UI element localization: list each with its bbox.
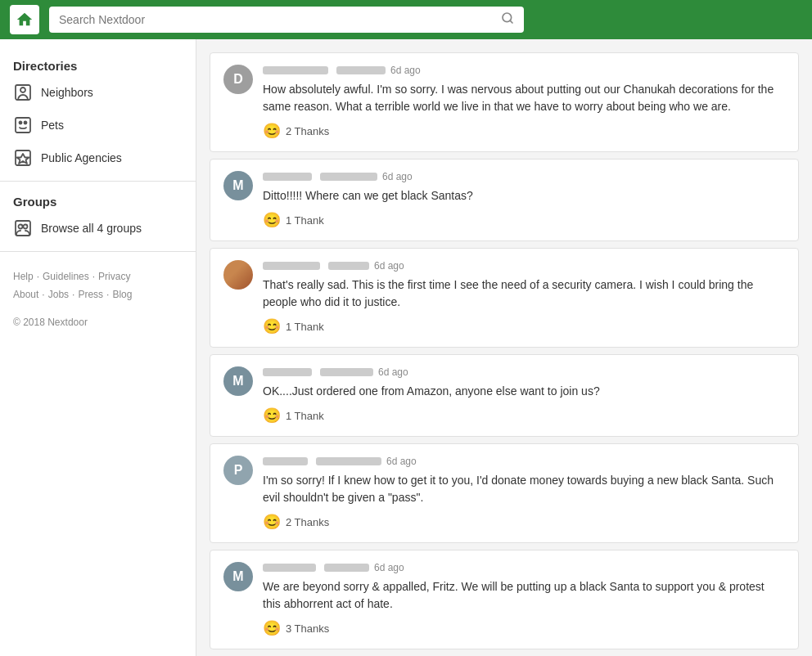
thanks-count: 2 Thanks — [286, 125, 329, 137]
comment-text: How absolutely awful. I'm so sorry. I wa… — [263, 81, 785, 115]
sidebar-divider-2 — [0, 251, 196, 252]
name-blur — [328, 262, 369, 270]
thanks-emoji: 😊 — [263, 407, 281, 425]
name-blur — [336, 66, 386, 74]
comment-header: 6d ago — [263, 260, 785, 272]
thanks-emoji: 😊 — [263, 513, 281, 531]
avatar: M — [223, 171, 253, 200]
avatar: D — [223, 65, 253, 94]
avatar: P — [223, 456, 253, 485]
comment-card: M 6d ago Ditto!!!!! Where can we get bla… — [210, 159, 799, 241]
pets-label: Pets — [41, 119, 64, 132]
comment-time: 6d ago — [382, 171, 413, 182]
sidebar-item-neighbors[interactable]: Neighbors — [0, 76, 196, 109]
svg-point-11 — [24, 225, 28, 229]
comment-card: 6d ago That's really sad. This is the fi… — [210, 248, 799, 348]
name-blur — [320, 368, 373, 376]
svg-point-3 — [20, 88, 25, 92]
name-blur — [263, 66, 328, 74]
comment-thanks: 😊 2 Thanks — [263, 513, 785, 531]
search-input[interactable] — [59, 13, 494, 26]
avatar: M — [223, 562, 253, 591]
sidebar-item-public-agencies[interactable]: Public Agencies — [0, 142, 196, 174]
comment-body: 6d ago That's really sad. This is the fi… — [263, 260, 785, 335]
thanks-emoji: 😊 — [263, 122, 281, 140]
home-button[interactable] — [10, 5, 39, 34]
comment-body: 6d ago How absolutely awful. I'm so sorr… — [263, 65, 785, 140]
svg-point-6 — [25, 122, 27, 124]
jobs-link[interactable]: Jobs — [48, 289, 69, 300]
comment-header: 6d ago — [263, 65, 785, 76]
comment-card: M 6d ago We are beyond sorry & appalled,… — [210, 550, 799, 649]
press-link[interactable]: Press — [78, 289, 103, 300]
directories-title: Directories — [0, 52, 196, 76]
agency-icon — [13, 148, 33, 168]
svg-marker-8 — [17, 154, 29, 164]
svg-point-5 — [20, 122, 22, 124]
sidebar-item-browse-groups[interactable]: Browse all 4 groups — [0, 212, 196, 245]
thanks-count: 1 Thank — [286, 321, 324, 333]
name-blur — [263, 173, 312, 181]
name-blur — [320, 173, 377, 181]
avatar — [223, 260, 253, 290]
pets-icon — [13, 115, 33, 135]
comment-text: Ditto!!!!! Where can we get black Santas… — [263, 187, 785, 204]
name-blur — [263, 564, 316, 572]
comment-time: 6d ago — [378, 366, 408, 378]
comment-card: D 6d ago How absolutely awful. I'm so so… — [210, 52, 799, 152]
comment-header: 6d ago — [263, 562, 785, 573]
comment-time: 6d ago — [374, 260, 404, 272]
comment-header: 6d ago — [263, 171, 785, 182]
svg-point-10 — [19, 225, 23, 229]
groups-icon — [13, 218, 33, 238]
comment-time: 6d ago — [390, 65, 421, 76]
comment-thanks: 😊 2 Thanks — [263, 122, 785, 140]
comment-body: 6d ago Ditto!!!!! Where can we get black… — [263, 171, 785, 229]
avatar: M — [223, 366, 253, 396]
thanks-count: 1 Thank — [286, 410, 324, 422]
comment-header: 6d ago — [263, 456, 785, 467]
sidebar-footer: Help·Guidelines·Privacy About·Jobs·Press… — [0, 258, 196, 313]
comment-body: 6d ago I'm so sorry! If I knew how to ge… — [263, 456, 785, 531]
name-blur — [263, 457, 308, 465]
thanks-emoji: 😊 — [263, 619, 281, 637]
svg-line-1 — [510, 20, 512, 23]
comment-card: M 6d ago OK....Just ordered one from Ama… — [210, 354, 799, 437]
guidelines-link[interactable]: Guidelines — [43, 271, 89, 282]
comment-time: 6d ago — [374, 562, 404, 573]
thanks-emoji: 😊 — [263, 317, 281, 335]
comment-text: We are beyond sorry & appalled, Fritz. W… — [263, 578, 785, 613]
comment-text: That's really sad. This is the first tim… — [263, 276, 785, 311]
privacy-link[interactable]: Privacy — [98, 271, 130, 282]
sidebar-item-pets[interactable]: Pets — [0, 109, 196, 142]
comment-header: 6d ago — [263, 366, 785, 378]
public-agencies-label: Public Agencies — [41, 151, 122, 164]
browse-groups-label: Browse all 4 groups — [41, 222, 142, 235]
header — [0, 0, 812, 39]
svg-rect-9 — [16, 221, 30, 236]
comment-thanks: 😊 1 Thank — [263, 317, 785, 335]
name-blur — [263, 368, 312, 376]
name-blur — [316, 457, 381, 465]
search-bar[interactable] — [49, 7, 524, 33]
name-blur — [263, 262, 320, 270]
comment-thanks: 😊 1 Thank — [263, 407, 785, 425]
comment-thanks: 😊 1 Thank — [263, 211, 785, 229]
name-blur — [324, 564, 369, 572]
blog-link[interactable]: Blog — [112, 289, 132, 300]
thanks-count: 2 Thanks — [286, 516, 329, 528]
sidebar-divider — [0, 181, 196, 182]
search-icon — [501, 11, 514, 28]
about-link[interactable]: About — [13, 289, 38, 300]
comment-card: P 6d ago I'm so sorry! If I knew how to … — [210, 443, 799, 543]
svg-rect-4 — [16, 118, 30, 133]
help-link[interactable]: Help — [13, 271, 34, 282]
layout: Directories Neighbors Pets Publ — [0, 39, 812, 656]
main-content: D 6d ago How absolutely awful. I'm so so… — [196, 39, 812, 656]
thanks-count: 1 Thank — [286, 214, 324, 227]
thanks-emoji: 😊 — [263, 211, 281, 229]
sidebar: Directories Neighbors Pets Publ — [0, 39, 196, 656]
comment-text: OK....Just ordered one from Amazon, anyo… — [263, 383, 785, 400]
comment-body: 6d ago OK....Just ordered one from Amazo… — [263, 366, 785, 425]
groups-title: Groups — [0, 188, 196, 212]
